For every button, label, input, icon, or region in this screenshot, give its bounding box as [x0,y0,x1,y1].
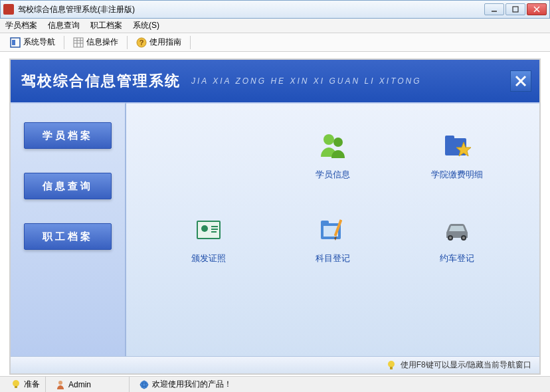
sidebar-student-files[interactable]: 学员档案 [24,122,112,149]
svg-point-39 [58,381,62,385]
grid-icon [73,37,84,48]
main-panel: 驾校综合信息管理系统 JIA XIA ZONG HE XIN XI GUAN L… [9,58,541,375]
svg-rect-27 [321,221,329,226]
main-area: 学员信息 学院缴费明细 颁发证照 [126,102,539,356]
menu-system[interactable]: 系统(S) [133,20,159,31]
lightbulb-icon [386,360,397,371]
svg-rect-36 [390,367,393,369]
sidebar-info-query[interactable]: 信息查询 [24,173,112,199]
banner-title: 驾校综合信息管理系统 [21,71,181,91]
toolbar-info-label: 信息操作 [86,37,118,48]
app-student-info[interactable]: 学员信息 [293,130,373,181]
menu-info-query[interactable]: 信息查询 [48,20,80,31]
hint-text: 使用F8键可以显示/隐藏当前导航窗口 [401,359,531,371]
globe-icon [139,379,149,390]
toolbar-nav-label: 系统导航 [23,37,55,48]
svg-rect-24 [211,229,218,230]
app-label: 颁发证照 [191,252,226,264]
banner: 驾校综合信息管理系统 JIA XIA ZONG HE XIN XI GUAN L… [11,60,539,102]
status-user: Admin [68,380,91,389]
toolbar-system-nav[interactable]: 系统导航 [4,35,61,50]
app-fee-detail[interactable]: 学院缴费明细 [417,130,497,181]
status-ready-section: 准备 [5,377,46,392]
banner-subtitle: JIA XIA ZONG HE XIN XI GUAN LI XITONG [191,76,422,86]
svg-point-40 [140,381,148,389]
svg-point-15 [323,134,334,145]
svg-point-16 [333,138,343,147]
svg-rect-23 [211,226,218,227]
status-ready: 准备 [24,379,40,390]
window-title: 驾校综合信息管理系统(非注册版) [18,4,484,15]
menu-student-files[interactable]: 学员档案 [5,20,37,31]
help-icon: ? [136,37,147,48]
toolbar-guide-label: 使用指南 [149,37,181,48]
minimize-button[interactable] [484,3,504,15]
svg-text:?: ? [139,39,144,47]
svg-point-33 [449,237,452,239]
svg-rect-1 [513,7,518,12]
menu-bar: 学员档案 信息查询 职工档案 系统(S) [0,19,550,33]
svg-rect-18 [445,136,454,141]
toolbar: 系统导航 信息操作 ? 使用指南 [0,33,550,52]
app-car-booking[interactable]: 约车登记 [417,214,497,264]
car-icon [441,214,473,246]
close-icon [514,74,527,88]
svg-point-37 [13,380,19,387]
nav-icon [10,37,21,48]
svg-rect-6 [74,38,83,47]
svg-point-34 [462,237,465,239]
people-icon [317,130,349,162]
status-welcome-section: 欢迎使用我们的产品！ [134,377,545,392]
toolbar-info-op[interactable]: 信息操作 [67,35,124,50]
app-subject-register[interactable]: 科目登记 [293,214,373,264]
sidebar-staff-files[interactable]: 职工档案 [24,223,112,250]
sidebar: 学员档案 信息查询 职工档案 [11,102,126,356]
window-controls [484,3,547,15]
svg-rect-38 [15,386,17,388]
status-user-section: Admin [50,377,130,392]
bulb-icon [11,379,21,390]
app-label: 科目登记 [316,252,350,264]
maximize-button[interactable] [505,3,525,15]
status-welcome: 欢迎使用我们的产品！ [152,379,232,390]
banner-close-button[interactable] [510,70,531,92]
separator [64,36,64,49]
folder-star-icon [441,130,473,162]
app-label: 学员信息 [316,169,350,181]
close-button[interactable] [527,3,547,15]
svg-point-22 [201,225,208,232]
app-label: 约车登记 [440,252,474,264]
svg-point-35 [388,361,395,367]
svg-rect-25 [211,231,217,233]
app-label: 学院缴费明细 [431,169,483,181]
folder-pencil-icon [317,214,349,246]
user-icon [55,379,66,390]
separator [127,36,128,49]
toolbar-guide[interactable]: ? 使用指南 [130,35,187,50]
separator [190,36,191,49]
svg-rect-5 [12,40,15,45]
app-issue-license[interactable]: 颁发证照 [169,214,248,264]
status-bar: 准备 Admin 欢迎使用我们的产品！ [0,376,550,392]
hint-bar: 使用F8键可以显示/隐藏当前导航窗口 [11,356,539,373]
menu-staff-files[interactable]: 职工档案 [90,20,122,31]
window-titlebar: 驾校综合信息管理系统(非注册版) [0,0,550,19]
app-icon [3,4,14,15]
id-card-icon [193,214,225,246]
